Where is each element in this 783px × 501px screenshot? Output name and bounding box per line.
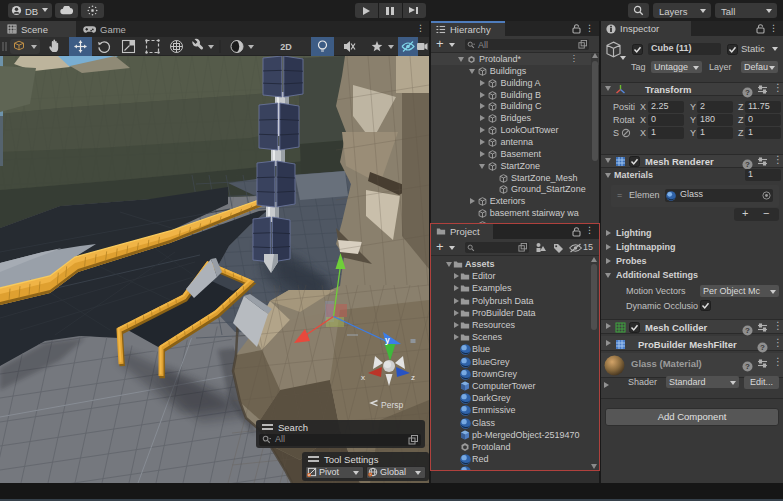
svg-text:?: ? [745, 160, 750, 169]
svg-text:?: ? [760, 343, 765, 352]
svg-text:?: ? [745, 362, 750, 371]
svg-text:?: ? [745, 88, 750, 97]
svg-text:x: x [361, 373, 365, 382]
svg-text:?: ? [745, 326, 750, 335]
svg-text:Persp: Persp [381, 400, 403, 410]
svg-text:2D: 2D [280, 42, 292, 52]
svg-text:y: y [385, 335, 390, 345]
svg-text:z: z [411, 373, 415, 382]
